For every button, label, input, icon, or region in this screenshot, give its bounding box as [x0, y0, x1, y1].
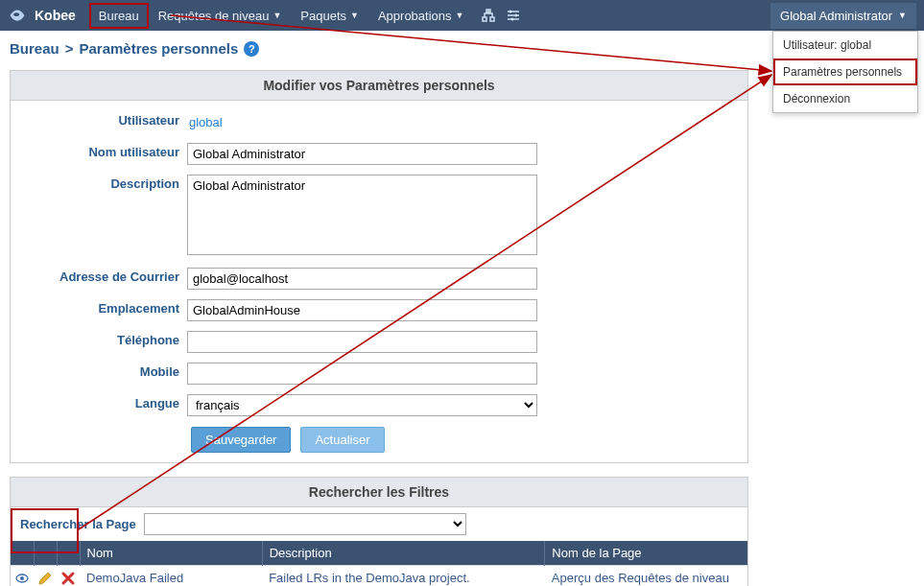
cell-page: Aperçu des Requêtes de niveau: [545, 566, 747, 587]
filters-title: Rechercher les Filtres: [11, 478, 747, 507]
label-email: Adresse de Courrier: [16, 266, 187, 288]
svg-point-2: [511, 18, 514, 21]
svg-point-0: [509, 11, 512, 13]
user-dropdown: Utilisateur: global Paramètres personnel…: [772, 31, 918, 113]
label-mobile: Mobile: [16, 361, 187, 383]
logo-icon: [8, 6, 27, 25]
label-username: Nom utilisateur: [16, 141, 187, 163]
nav-approbations[interactable]: Approbations▼: [368, 3, 474, 29]
panel-title: Modifier vos Paramètres personnels: [11, 71, 747, 101]
label-location: Emplacement: [16, 297, 187, 319]
dropdown-user-info: Utilisateur: global: [773, 32, 917, 59]
table-row: DemoJava FailedFailed LRs in the DemoJav…: [11, 566, 747, 587]
view-icon[interactable]: [14, 570, 30, 584]
value-user: global: [187, 111, 225, 133]
cell-nom: DemoJava Failed: [80, 566, 262, 587]
label-lang: Langue: [16, 392, 187, 414]
refresh-button[interactable]: Actualiser: [300, 427, 384, 453]
breadcrumb-separator: >: [65, 40, 74, 57]
svg-point-1: [515, 14, 518, 17]
help-icon[interactable]: ?: [244, 41, 259, 57]
user-menu-button[interactable]: Global Administrator▼: [770, 3, 916, 29]
chevron-down-icon: ▼: [272, 11, 281, 20]
col-nom[interactable]: Nom: [80, 541, 262, 566]
hierarchy-icon[interactable]: [481, 8, 496, 23]
search-page-select[interactable]: [144, 513, 466, 535]
breadcrumb-root[interactable]: Bureau: [10, 40, 59, 57]
filters-table: Nom Description Nom de la Page DemoJava …: [11, 541, 747, 586]
input-location[interactable]: [187, 299, 537, 321]
col-page[interactable]: Nom de la Page: [545, 541, 747, 566]
cell-desc: Failed LRs in the DemoJava project.: [262, 566, 545, 587]
input-username[interactable]: [187, 143, 537, 165]
nav-requetes[interactable]: Requêtes de niveau▼: [149, 3, 292, 29]
nav-paquets[interactable]: Paquets▼: [291, 3, 368, 29]
label-user: Utilisateur: [16, 109, 187, 131]
breadcrumb-current: Paramètres personnels: [79, 40, 238, 57]
filters-panel: Rechercher les Filtres Rechercher la Pag…: [10, 477, 748, 586]
input-mobile[interactable]: [187, 363, 537, 385]
annotation-box: [11, 508, 79, 553]
chevron-down-icon: ▼: [350, 11, 359, 20]
label-desc: Description: [16, 173, 187, 195]
nav-bureau[interactable]: Bureau: [89, 3, 149, 29]
input-email[interactable]: [187, 268, 537, 290]
svg-point-4: [20, 576, 24, 580]
settings-panel: Modifier vos Paramètres personnels Utili…: [10, 70, 748, 463]
select-language[interactable]: français: [187, 394, 537, 416]
top-nav: Kobee Bureau Requêtes de niveau▼ Paquets…: [0, 0, 924, 31]
brand: Kobee: [35, 8, 76, 23]
dropdown-logout[interactable]: Déconnexion: [773, 85, 917, 112]
label-telephone: Téléphone: [16, 329, 187, 351]
save-button[interactable]: Sauvegarder: [191, 427, 291, 453]
chevron-down-icon: ▼: [898, 11, 907, 20]
chevron-down-icon: ▼: [456, 11, 464, 20]
col-desc[interactable]: Description: [262, 541, 545, 566]
edit-icon[interactable]: [37, 570, 53, 584]
input-telephone[interactable]: [187, 331, 537, 353]
dropdown-personal-settings[interactable]: Paramètres personnels: [773, 59, 917, 85]
input-description[interactable]: Global Administrator: [187, 175, 537, 255]
sliders-icon[interactable]: [506, 8, 521, 23]
delete-icon[interactable]: [60, 570, 76, 584]
